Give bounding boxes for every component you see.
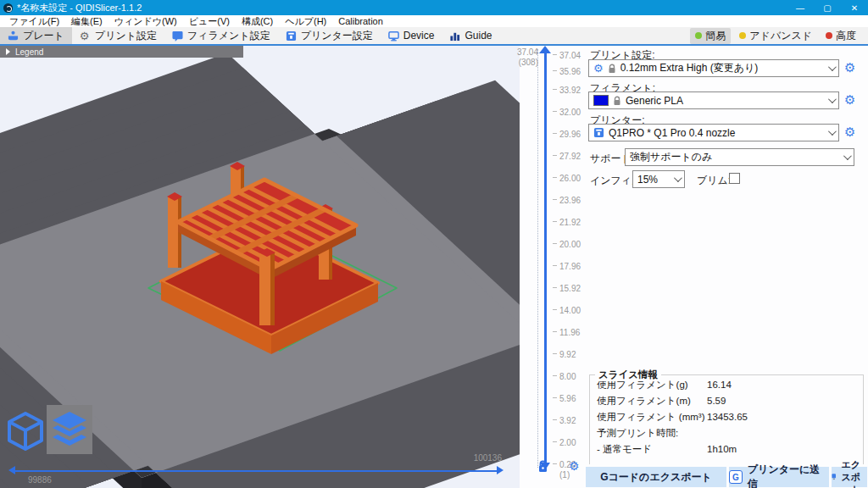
tab-filament-settings[interactable]: フィラメント設定 [164,27,278,44]
current-layer-height: 37.04 [487,47,538,58]
tab-bar: プレート ⚙ プリント設定 フィラメント設定 プリンター設定 Device Gu… [0,27,868,46]
printer-icon [593,127,604,138]
usb-drive-icon [832,470,836,484]
current-layer-tooltip: 37.04 (308) [487,47,538,68]
brim-label: ブリム: [697,174,731,188]
print-settings-value: 0.12mm Extra High (変更あり) [620,61,824,75]
legend-expand-icon [6,48,10,55]
print-settings-gear-button[interactable]: ⚙ [844,61,855,75]
layer-tick-label: 23.96 [559,196,581,205]
mode-expert[interactable]: 高度 [821,28,861,44]
chevron-down-icon [828,63,837,71]
layer-tick-label: 29.96 [559,130,581,139]
guide-chart-icon [449,30,460,42]
slice-info-box: スライス情報 使用フィラメント(g)16.14 使用フィラメント(m)5.59 … [589,374,864,464]
info-row-print-time-header: 予測プリント時間: [597,425,856,441]
horizontal-move-slider[interactable] [8,469,504,473]
menu-window[interactable]: ウィンドウ(W) [108,15,183,27]
tab-guide[interactable]: Guide [442,27,499,44]
layer-tick-label: 5.96 [559,394,576,403]
layer-tick-label: 9.92 [559,350,576,359]
device-monitor-icon [388,30,399,42]
filament-gear-button[interactable]: ⚙ [844,93,855,107]
mode-advanced[interactable]: アドバンスド [734,28,817,44]
layer-tick-label: 37.04 [559,51,581,60]
layer-slider-column: 37.0435.9633.9232.0029.9627.9226.0023.96… [520,46,585,488]
current-layer-number: (308) [487,58,538,68]
layer-tick-label: 3.92 [559,416,576,425]
simple-mode-dot-icon [695,32,702,39]
menu-file[interactable]: ファイル(F) [3,15,65,27]
tab-plater[interactable]: プレート [0,27,72,44]
chevron-down-icon [828,127,837,136]
settings-panel: プリント設定: ⚙ 0.12mm Extra High (変更あり) ⚙ フィラ… [585,46,868,488]
layer-slider-top-handle[interactable] [539,46,551,53]
info-row-filament-m: 使用フィラメント(m)5.59 [597,393,856,409]
menu-view[interactable]: ビュー(V) [183,15,236,27]
print-settings-combo[interactable]: ⚙ 0.12mm Extra High (変更あり) [588,59,839,77]
menu-bar: ファイル(F) 編集(E) ウィンドウ(W) ビュー(V) 構成(C) ヘルプ(… [0,15,868,27]
menu-help[interactable]: ヘルプ(H) [279,15,332,27]
menu-edit[interactable]: 編集(E) [65,15,108,27]
layer-lock-icon[interactable] [537,460,548,473]
filament-value: Generic PLA [626,95,824,107]
export-gcode-button[interactable]: Gコードのエクスポート [586,467,726,487]
tab-device[interactable]: Device [381,27,442,44]
layer-tick-label: 8.00 [559,372,576,381]
gear-icon: ⚙ [593,63,604,74]
layer-slider[interactable] [544,53,547,463]
layer-tick-label: 17.96 [559,262,581,271]
support-value: 強制サポートのみ [630,150,839,164]
title-bar: *名称未設定 - QIDISlicer-1.1.2 — ▢ ✕ [0,0,868,15]
layers-icon [51,410,88,449]
printer-value: Q1PRO * Q1 Pro 0.4 nozzle [609,127,824,139]
3d-view-button[interactable] [4,408,47,454]
filament-combo[interactable]: Generic PLA [588,92,839,109]
send-to-printer-button[interactable]: G プリンターに送信 [729,467,829,487]
printer-icon [286,30,297,42]
lock-icon [608,64,616,74]
maximize-button[interactable]: ▢ [814,0,841,15]
gcode-send-icon: G [729,470,743,484]
minimize-button[interactable]: — [787,0,814,15]
support-combo[interactable]: 強制サポートのみ [625,148,854,166]
layer-tick-label: 20.00 [559,240,581,249]
window-title: *名称未設定 - QIDISlicer-1.1.2 [17,2,142,14]
printer-combo[interactable]: Q1PRO * Q1 Pro 0.4 nozzle [588,124,839,141]
lock-icon [613,96,621,106]
layer-tick-label: 2.00 [559,438,576,447]
view-mode-icons [4,405,92,454]
mode-simple[interactable]: 簡易 [690,28,731,44]
layer-tick-label: 11.96 [559,328,580,337]
slider-right-arrow-icon[interactable] [497,466,504,474]
gear-icon: ⚙ [80,30,91,42]
export-buttons-row: Gコードのエクスポート G プリンターに送信 エクスポート [585,467,868,487]
legend-label: Legend [15,47,43,57]
plate-icon [8,30,19,42]
advanced-mode-dot-icon [739,32,746,39]
layer-tick-label: 32.00 [559,108,581,117]
printer-gear-button[interactable]: ⚙ [844,125,855,139]
filament-color-swatch [593,95,609,106]
layer-tick-label: 14.00 [559,306,581,315]
layer-tick-label: 35.96 [559,67,581,76]
infill-combo[interactable]: 15% [632,170,685,188]
menu-configuration[interactable]: 構成(C) [236,15,279,27]
mode-switcher: 簡易 アドバンスド 高度 [690,28,868,44]
tab-printer-settings[interactable]: プリンター設定 [278,27,381,44]
viewport-3d[interactable]: Legend 99886 100136 [0,46,520,488]
close-button[interactable]: ✕ [841,0,868,15]
layer-slider-settings-gear-icon[interactable]: ⚙ [569,460,580,472]
layers-view-button[interactable] [47,405,92,454]
info-row-normal-mode: - 通常モード1h10m [597,441,856,458]
legend-collapsed-bar[interactable]: Legend [0,46,243,58]
filament-icon [172,30,183,42]
export-button[interactable]: エクスポート [832,467,867,487]
tab-print-settings[interactable]: ⚙ プリント設定 [72,27,164,44]
app-logo-icon [3,3,13,13]
menu-calibration[interactable]: Calibration [332,15,389,27]
expert-mode-dot-icon [826,32,832,39]
chevron-down-icon [828,95,837,103]
brim-checkbox[interactable] [729,173,740,184]
hslider-max-value: 100136 [424,453,502,463]
